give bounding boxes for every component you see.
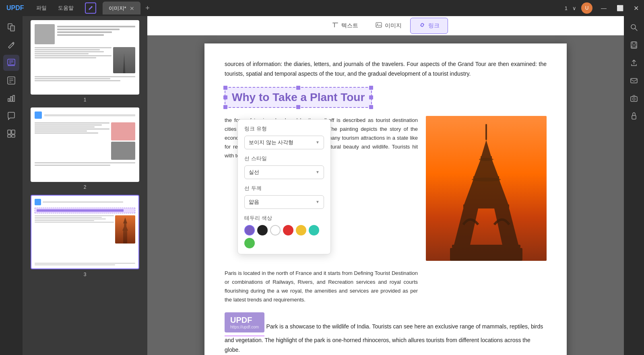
tab-close-button[interactable]: ✕ — [130, 5, 134, 12]
save-icon[interactable] — [626, 37, 642, 53]
email-icon[interactable] — [626, 72, 642, 89]
link-type-select[interactable]: 보이지 않는 사각형 ▼ — [244, 136, 324, 149]
svg-rect-36 — [450, 248, 522, 261]
close-button[interactable]: ✕ — [628, 0, 644, 16]
page-number-2: 2 — [84, 184, 87, 190]
sidebar-comment-icon[interactable] — [3, 108, 19, 124]
toolbar: 텍스트 이미지 링크 — [147, 16, 624, 35]
thumbnail-page-1[interactable]: 1 — [27, 20, 143, 103]
menu-help[interactable]: 도움말 — [52, 0, 79, 16]
resize-handle-br[interactable] — [369, 105, 373, 109]
sidebar-form-icon[interactable] — [3, 72, 19, 89]
resize-handle-tl[interactable] — [223, 86, 227, 90]
color-swatch-white[interactable] — [270, 225, 281, 235]
resize-handle-bc[interactable] — [296, 105, 300, 109]
app-logo: UPDF — [0, 4, 31, 12]
svg-rect-17 — [12, 135, 15, 137]
pdf-intro-text: sources of information: the diaries, let… — [225, 60, 547, 79]
border-color-label: 테두리 색상 — [244, 215, 324, 222]
color-swatch-yellow[interactable] — [296, 225, 306, 235]
svg-rect-24 — [376, 23, 382, 27]
page-number-3: 3 — [84, 272, 87, 277]
pdf-eiffel-image-container — [426, 116, 547, 261]
svg-marker-18 — [123, 217, 127, 223]
tab-label: 이미지* — [109, 5, 126, 12]
toolbar-text-button[interactable]: 텍스트 — [323, 18, 367, 34]
link-icon — [419, 21, 426, 30]
svg-rect-21 — [123, 231, 127, 244]
color-swatch-teal[interactable] — [309, 225, 319, 235]
line-weight-select[interactable]: 얇음 ▼ — [244, 195, 324, 209]
sidebar-edit-icon[interactable] — [3, 37, 19, 53]
menu-file[interactable]: 파일 — [31, 0, 52, 16]
color-swatch-red[interactable] — [283, 225, 293, 235]
user-avatar[interactable]: U — [581, 2, 592, 14]
upload-icon[interactable] — [626, 55, 642, 71]
minimize-button[interactable]: — — [596, 0, 612, 16]
svg-rect-11 — [8, 99, 10, 101]
resize-handle-tc[interactable] — [296, 86, 300, 90]
heading-selected-box[interactable]: Why to Take a Plant Tour 링크 유형 보이지 않는 사각… — [225, 87, 372, 108]
toolbar-text-label: 텍스트 — [341, 22, 358, 29]
main-layout: 1 — [0, 16, 644, 355]
svg-rect-16 — [8, 135, 11, 137]
line-weight-arrow-icon: ▼ — [316, 200, 320, 204]
svg-rect-15 — [12, 130, 15, 134]
svg-point-53 — [633, 98, 635, 100]
image-icon — [375, 21, 382, 30]
thumbnail-page-3[interactable]: 3 — [27, 195, 143, 277]
pdf-watermark-container: UPDF https://updf.com — [225, 312, 264, 336]
svg-marker-34 — [494, 208, 518, 245]
right-sidebar — [624, 16, 644, 355]
resize-handle-tr[interactable] — [369, 86, 373, 90]
tabs-area: 이미지* ✕ + — [103, 2, 565, 14]
svg-marker-20 — [122, 227, 128, 231]
search-icon[interactable] — [626, 19, 642, 35]
svg-rect-35 — [452, 245, 520, 248]
lock-icon[interactable] — [626, 108, 642, 124]
pdf-viewport[interactable]: sources of information: the diaries, let… — [147, 35, 624, 355]
sidebar-annotate-icon[interactable] — [3, 55, 19, 71]
pdf-heading: Why to Take a Plant Tour — [232, 91, 365, 103]
content-area: 텍스트 이미지 링크 sources of information: the d… — [147, 16, 624, 355]
svg-rect-26 — [485, 124, 487, 140]
svg-point-46 — [631, 25, 636, 29]
toolbar-link-label: 링크 — [428, 22, 440, 29]
color-swatch-purple[interactable] — [244, 225, 255, 235]
resize-handle-mr[interactable] — [369, 95, 373, 99]
link-type-arrow-icon: ▼ — [316, 140, 320, 144]
svg-marker-31 — [464, 180, 508, 204]
maximize-button[interactable]: ⬜ — [612, 0, 628, 16]
line-weight-label: 선 두께 — [244, 185, 324, 192]
color-swatch-black[interactable] — [257, 225, 268, 235]
page-indicator: 1 — [565, 5, 568, 11]
page-chevron[interactable]: ∨ — [572, 5, 576, 11]
link-type-popup: 링크 유형 보이지 않는 사각형 ▼ 선 스타일 실선 ▼ 선 두께 얇음 — [237, 119, 331, 254]
thumbnail-panel: 1 — [23, 16, 147, 355]
toolbar-image-button[interactable]: 이미지 — [367, 18, 410, 34]
pdf-page: sources of information: the diaries, let… — [204, 43, 567, 355]
pdf-spacer — [426, 269, 547, 304]
svg-rect-51 — [631, 78, 637, 83]
svg-rect-12 — [10, 97, 12, 101]
thumbnail-page-2[interactable]: 2 — [27, 107, 143, 190]
pdf-bottom-section: UPDF https://updf.com Park is a showcase… — [225, 312, 547, 355]
sidebar-page-mgmt-icon[interactable] — [3, 126, 19, 142]
svg-rect-13 — [13, 95, 14, 101]
color-swatch-green[interactable] — [244, 238, 255, 248]
toolbar-link-button[interactable]: 링크 — [410, 18, 448, 34]
tab-add-button[interactable]: + — [142, 2, 153, 14]
svg-point-37 — [479, 158, 493, 161]
eiffel-tower-svg — [446, 116, 526, 261]
resize-handle-bl[interactable] — [223, 105, 227, 109]
edit-tab-icon — [88, 5, 93, 11]
resize-handle-ml[interactable] — [223, 95, 227, 99]
sidebar-pages-icon[interactable] — [3, 19, 19, 35]
line-style-select[interactable]: 실선 ▼ — [244, 165, 324, 179]
camera-icon[interactable] — [626, 90, 642, 106]
svg-marker-27 — [481, 140, 491, 156]
sidebar-chart-icon[interactable] — [3, 90, 19, 106]
window-controls: — ⬜ ✕ — [596, 0, 644, 16]
tab-image[interactable]: 이미지* ✕ — [103, 2, 140, 14]
pdf-bottom-text: Park is a showcase to the wildlife of In… — [225, 323, 543, 353]
